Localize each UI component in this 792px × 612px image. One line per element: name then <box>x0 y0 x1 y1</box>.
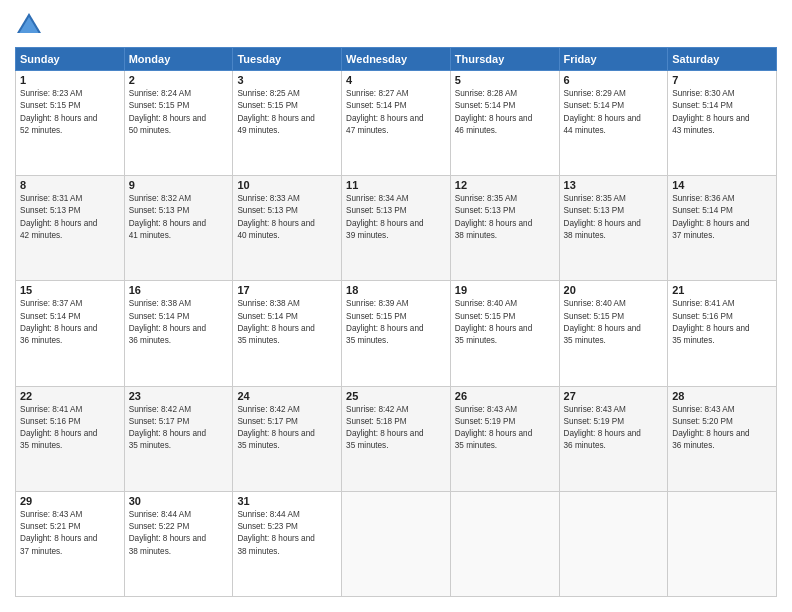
day-number: 23 <box>129 390 229 402</box>
week-row-3: 15Sunrise: 8:37 AMSunset: 5:14 PMDayligh… <box>16 281 777 386</box>
week-row-4: 22Sunrise: 8:41 AMSunset: 5:16 PMDayligh… <box>16 386 777 491</box>
logo-icon <box>17 13 41 33</box>
day-info: Sunrise: 8:42 AMSunset: 5:18 PMDaylight:… <box>346 404 446 453</box>
header <box>15 15 777 37</box>
day-cell: 24Sunrise: 8:42 AMSunset: 5:17 PMDayligh… <box>233 386 342 491</box>
day-number: 6 <box>564 74 664 86</box>
day-cell <box>450 491 559 596</box>
logo <box>15 15 45 37</box>
day-number: 7 <box>672 74 772 86</box>
day-cell: 17Sunrise: 8:38 AMSunset: 5:14 PMDayligh… <box>233 281 342 386</box>
day-cell <box>559 491 668 596</box>
day-info: Sunrise: 8:42 AMSunset: 5:17 PMDaylight:… <box>129 404 229 453</box>
day-cell: 6Sunrise: 8:29 AMSunset: 5:14 PMDaylight… <box>559 71 668 176</box>
day-number: 12 <box>455 179 555 191</box>
day-number: 31 <box>237 495 337 507</box>
day-cell: 21Sunrise: 8:41 AMSunset: 5:16 PMDayligh… <box>668 281 777 386</box>
day-number: 9 <box>129 179 229 191</box>
day-info: Sunrise: 8:39 AMSunset: 5:15 PMDaylight:… <box>346 298 446 347</box>
day-number: 20 <box>564 284 664 296</box>
day-info: Sunrise: 8:36 AMSunset: 5:14 PMDaylight:… <box>672 193 772 242</box>
day-number: 14 <box>672 179 772 191</box>
day-info: Sunrise: 8:35 AMSunset: 5:13 PMDaylight:… <box>455 193 555 242</box>
header-tuesday: Tuesday <box>233 48 342 71</box>
day-info: Sunrise: 8:43 AMSunset: 5:19 PMDaylight:… <box>564 404 664 453</box>
header-monday: Monday <box>124 48 233 71</box>
day-number: 3 <box>237 74 337 86</box>
day-cell: 5Sunrise: 8:28 AMSunset: 5:14 PMDaylight… <box>450 71 559 176</box>
week-row-5: 29Sunrise: 8:43 AMSunset: 5:21 PMDayligh… <box>16 491 777 596</box>
day-cell: 25Sunrise: 8:42 AMSunset: 5:18 PMDayligh… <box>342 386 451 491</box>
day-number: 30 <box>129 495 229 507</box>
day-info: Sunrise: 8:32 AMSunset: 5:13 PMDaylight:… <box>129 193 229 242</box>
day-number: 8 <box>20 179 120 191</box>
day-cell <box>668 491 777 596</box>
day-info: Sunrise: 8:41 AMSunset: 5:16 PMDaylight:… <box>672 298 772 347</box>
day-info: Sunrise: 8:43 AMSunset: 5:21 PMDaylight:… <box>20 509 120 558</box>
week-row-2: 8Sunrise: 8:31 AMSunset: 5:13 PMDaylight… <box>16 176 777 281</box>
calendar-table: SundayMondayTuesdayWednesdayThursdayFrid… <box>15 47 777 597</box>
day-number: 16 <box>129 284 229 296</box>
day-cell: 15Sunrise: 8:37 AMSunset: 5:14 PMDayligh… <box>16 281 125 386</box>
day-number: 17 <box>237 284 337 296</box>
day-info: Sunrise: 8:43 AMSunset: 5:20 PMDaylight:… <box>672 404 772 453</box>
day-number: 22 <box>20 390 120 402</box>
day-number: 11 <box>346 179 446 191</box>
day-info: Sunrise: 8:31 AMSunset: 5:13 PMDaylight:… <box>20 193 120 242</box>
day-info: Sunrise: 8:33 AMSunset: 5:13 PMDaylight:… <box>237 193 337 242</box>
day-info: Sunrise: 8:40 AMSunset: 5:15 PMDaylight:… <box>455 298 555 347</box>
day-cell: 31Sunrise: 8:44 AMSunset: 5:23 PMDayligh… <box>233 491 342 596</box>
day-cell: 9Sunrise: 8:32 AMSunset: 5:13 PMDaylight… <box>124 176 233 281</box>
day-info: Sunrise: 8:40 AMSunset: 5:15 PMDaylight:… <box>564 298 664 347</box>
day-cell: 8Sunrise: 8:31 AMSunset: 5:13 PMDaylight… <box>16 176 125 281</box>
header-friday: Friday <box>559 48 668 71</box>
day-cell: 26Sunrise: 8:43 AMSunset: 5:19 PMDayligh… <box>450 386 559 491</box>
day-info: Sunrise: 8:35 AMSunset: 5:13 PMDaylight:… <box>564 193 664 242</box>
day-cell: 20Sunrise: 8:40 AMSunset: 5:15 PMDayligh… <box>559 281 668 386</box>
day-cell: 2Sunrise: 8:24 AMSunset: 5:15 PMDaylight… <box>124 71 233 176</box>
header-row: SundayMondayTuesdayWednesdayThursdayFrid… <box>16 48 777 71</box>
day-info: Sunrise: 8:30 AMSunset: 5:14 PMDaylight:… <box>672 88 772 137</box>
day-cell: 12Sunrise: 8:35 AMSunset: 5:13 PMDayligh… <box>450 176 559 281</box>
day-cell: 1Sunrise: 8:23 AMSunset: 5:15 PMDaylight… <box>16 71 125 176</box>
header-saturday: Saturday <box>668 48 777 71</box>
day-info: Sunrise: 8:42 AMSunset: 5:17 PMDaylight:… <box>237 404 337 453</box>
day-cell: 23Sunrise: 8:42 AMSunset: 5:17 PMDayligh… <box>124 386 233 491</box>
day-number: 15 <box>20 284 120 296</box>
day-number: 29 <box>20 495 120 507</box>
day-cell: 28Sunrise: 8:43 AMSunset: 5:20 PMDayligh… <box>668 386 777 491</box>
day-number: 18 <box>346 284 446 296</box>
day-info: Sunrise: 8:34 AMSunset: 5:13 PMDaylight:… <box>346 193 446 242</box>
day-cell: 18Sunrise: 8:39 AMSunset: 5:15 PMDayligh… <box>342 281 451 386</box>
day-number: 25 <box>346 390 446 402</box>
day-cell: 4Sunrise: 8:27 AMSunset: 5:14 PMDaylight… <box>342 71 451 176</box>
day-number: 2 <box>129 74 229 86</box>
day-info: Sunrise: 8:44 AMSunset: 5:23 PMDaylight:… <box>237 509 337 558</box>
day-info: Sunrise: 8:27 AMSunset: 5:14 PMDaylight:… <box>346 88 446 137</box>
day-info: Sunrise: 8:43 AMSunset: 5:19 PMDaylight:… <box>455 404 555 453</box>
day-info: Sunrise: 8:28 AMSunset: 5:14 PMDaylight:… <box>455 88 555 137</box>
day-info: Sunrise: 8:29 AMSunset: 5:14 PMDaylight:… <box>564 88 664 137</box>
day-cell <box>342 491 451 596</box>
day-cell: 27Sunrise: 8:43 AMSunset: 5:19 PMDayligh… <box>559 386 668 491</box>
day-info: Sunrise: 8:24 AMSunset: 5:15 PMDaylight:… <box>129 88 229 137</box>
day-cell: 22Sunrise: 8:41 AMSunset: 5:16 PMDayligh… <box>16 386 125 491</box>
day-cell: 19Sunrise: 8:40 AMSunset: 5:15 PMDayligh… <box>450 281 559 386</box>
day-number: 4 <box>346 74 446 86</box>
day-number: 5 <box>455 74 555 86</box>
day-info: Sunrise: 8:37 AMSunset: 5:14 PMDaylight:… <box>20 298 120 347</box>
header-wednesday: Wednesday <box>342 48 451 71</box>
day-number: 26 <box>455 390 555 402</box>
day-number: 1 <box>20 74 120 86</box>
day-number: 13 <box>564 179 664 191</box>
day-cell: 3Sunrise: 8:25 AMSunset: 5:15 PMDaylight… <box>233 71 342 176</box>
day-cell: 13Sunrise: 8:35 AMSunset: 5:13 PMDayligh… <box>559 176 668 281</box>
day-number: 24 <box>237 390 337 402</box>
day-info: Sunrise: 8:38 AMSunset: 5:14 PMDaylight:… <box>237 298 337 347</box>
week-row-1: 1Sunrise: 8:23 AMSunset: 5:15 PMDaylight… <box>16 71 777 176</box>
header-thursday: Thursday <box>450 48 559 71</box>
day-cell: 10Sunrise: 8:33 AMSunset: 5:13 PMDayligh… <box>233 176 342 281</box>
day-info: Sunrise: 8:38 AMSunset: 5:14 PMDaylight:… <box>129 298 229 347</box>
day-cell: 14Sunrise: 8:36 AMSunset: 5:14 PMDayligh… <box>668 176 777 281</box>
page: SundayMondayTuesdayWednesdayThursdayFrid… <box>0 0 792 612</box>
